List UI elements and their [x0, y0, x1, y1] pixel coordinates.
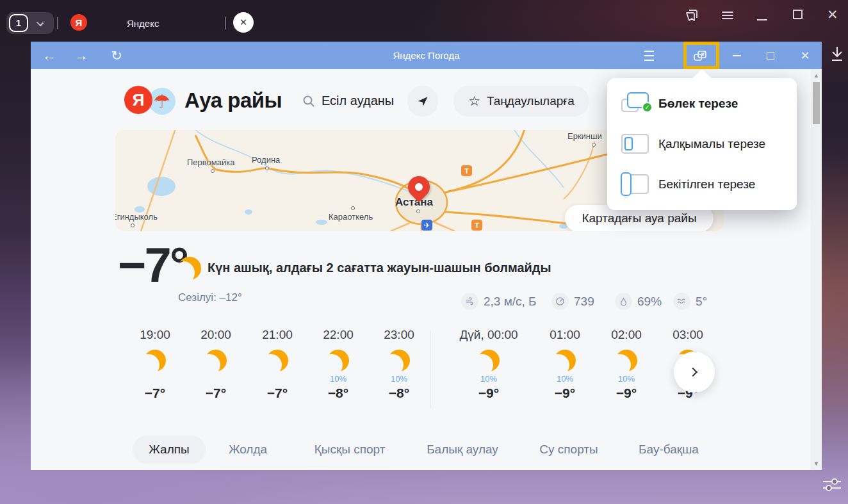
map-marker [131, 224, 135, 227]
menu-item-floating-window[interactable]: Қалқымалы терезе [607, 124, 797, 164]
clear-night-icon [205, 350, 227, 371]
hour-time: 22:00 [303, 328, 373, 342]
umbrella-logo-icon[interactable]: ☂ [149, 88, 175, 115]
wind-icon [461, 293, 478, 310]
tutorial-highlight-box [683, 42, 719, 69]
hourly-forecast-item[interactable]: 01:00 10% −9° [530, 328, 600, 401]
menu-pointer [692, 69, 712, 79]
tab-counter[interactable]: 1 [9, 14, 28, 32]
search-input[interactable]: Есіл ауданы [302, 93, 394, 108]
scrollbar[interactable]: ▲ ▼ [811, 69, 822, 470]
hourly-divider [430, 330, 431, 409]
tab-water-sport[interactable]: Су спорты [539, 435, 599, 464]
wind-value: 2,3 м/с, Б [484, 295, 537, 309]
hour-time: 19:00 [120, 328, 190, 342]
chevron-down-icon[interactable] [37, 19, 44, 26]
transit-icon: Т [471, 220, 482, 231]
maximize-browser-button[interactable] [793, 10, 803, 19]
precip-chance: 10% [591, 374, 662, 384]
clear-night-icon [327, 350, 349, 371]
tab-separator [225, 17, 226, 29]
water-temp-metric: 5° [673, 293, 707, 310]
hour-time: 23:00 [364, 328, 434, 342]
map-marker [265, 167, 269, 170]
next-hours-button[interactable] [674, 352, 715, 393]
map-marker [351, 206, 355, 210]
hourly-forecast-item[interactable]: 20:00 −7° [181, 328, 251, 401]
hour-time: 01:00 [530, 328, 600, 342]
tab-group[interactable]: 1 [6, 12, 54, 34]
tab-separator [57, 17, 58, 29]
water-temperature-icon [673, 293, 690, 310]
page-menu-icon[interactable] [638, 42, 660, 69]
tab-title[interactable]: Яндекс [127, 18, 159, 29]
favorites-label: Таңдаулыларға [487, 94, 575, 108]
browser-menu-icon[interactable] [722, 10, 733, 21]
menu-item-separate-window[interactable]: ✓ Бөлек терезе [607, 84, 797, 124]
add-to-favorites-button[interactable]: ☆ Таңдаулыларға [453, 86, 589, 117]
precip-chance: 10% [447, 374, 530, 384]
hour-time: 20:00 [181, 328, 251, 342]
map-label: Караоткель [329, 212, 373, 222]
hour-temp: −8° [303, 386, 373, 401]
separate-window-icon: ✓ [621, 91, 652, 117]
locate-me-button[interactable] [407, 86, 438, 117]
minimize-browser-button[interactable] [757, 19, 767, 20]
yandex-favicon: Я [70, 14, 87, 31]
side-panel-icon[interactable] [684, 8, 699, 26]
humidity-value: 69% [637, 295, 662, 309]
search-value[interactable]: Есіл ауданы [322, 93, 394, 108]
feels-like: Сезілуі: –12° [178, 291, 242, 304]
scrollbar-thumb[interactable] [813, 82, 820, 124]
clear-night-icon [266, 350, 288, 371]
tab-winter-sport[interactable]: Қысқы спорт [312, 435, 387, 464]
hourly-forecast-item[interactable]: 23:00 10% −8° [364, 328, 434, 401]
scroll-up-icon[interactable]: ▲ [811, 72, 822, 79]
tab-zhalpy[interactable]: Жалпы [133, 435, 206, 464]
download-icon[interactable] [829, 45, 845, 65]
hour-temp: −8° [364, 386, 434, 401]
hour-time: 02:00 [591, 328, 662, 342]
map-label: Еркинши [567, 131, 602, 141]
hour-time: Дүй, 00:00 [447, 328, 530, 342]
search-icon [302, 95, 315, 108]
settings-sliders-icon[interactable] [820, 474, 844, 498]
transit-icon: Т [461, 165, 472, 176]
hourly-forecast-item[interactable]: 19:00 −7° [120, 328, 190, 401]
hourly-forecast-item[interactable]: 21:00 −7° [242, 328, 313, 401]
hour-temp: −7° [120, 386, 190, 401]
minimize-window-button[interactable] [726, 42, 747, 69]
tab-zholda[interactable]: Жолда [227, 435, 269, 464]
precip-chance: 10% [364, 374, 434, 384]
current-temperature: −7° [118, 237, 187, 293]
map-label: Родина [252, 155, 280, 165]
hourly-forecast-item[interactable]: 22:00 10% −8° [303, 328, 373, 401]
clear-night-icon [554, 350, 576, 371]
close-window-button[interactable]: ✕ [794, 42, 816, 69]
map-label: Первомайка [187, 158, 234, 167]
menu-item-pinned-window[interactable]: Бекітілген терезе [607, 165, 797, 204]
hourly-forecast-item[interactable]: Дүй, 00:00 10% −9° [447, 328, 530, 401]
pressure-icon [551, 293, 569, 310]
yandex-logo[interactable]: Я [124, 86, 152, 114]
humidity-icon [615, 293, 632, 310]
pinned-window-icon [621, 172, 652, 197]
chevron-right-icon [689, 368, 697, 377]
page-title[interactable]: Ауа райы [184, 88, 282, 113]
hourly-forecast-item[interactable]: 02:00 10% −9° [591, 328, 662, 401]
hour-temp: −9° [447, 386, 530, 401]
hour-time: 21:00 [242, 328, 313, 342]
maximize-window-button[interactable] [760, 42, 781, 69]
clear-night-icon [178, 257, 201, 280]
close-tab-button[interactable]: ✕ [233, 12, 254, 33]
precip-chance: 10% [530, 374, 600, 384]
wind-metric: 2,3 м/с, Б [461, 293, 537, 310]
tab-fishing[interactable]: Балық аулау [427, 435, 498, 464]
close-browser-button[interactable]: ✕ [827, 8, 838, 21]
scroll-down-icon[interactable]: ▼ [811, 460, 822, 467]
map-marker [211, 169, 215, 173]
hour-temp: −7° [181, 386, 251, 401]
hour-temp: −9° [530, 386, 600, 401]
star-icon: ☆ [468, 93, 480, 109]
tab-garden[interactable]: Бау-бақша [638, 435, 699, 464]
